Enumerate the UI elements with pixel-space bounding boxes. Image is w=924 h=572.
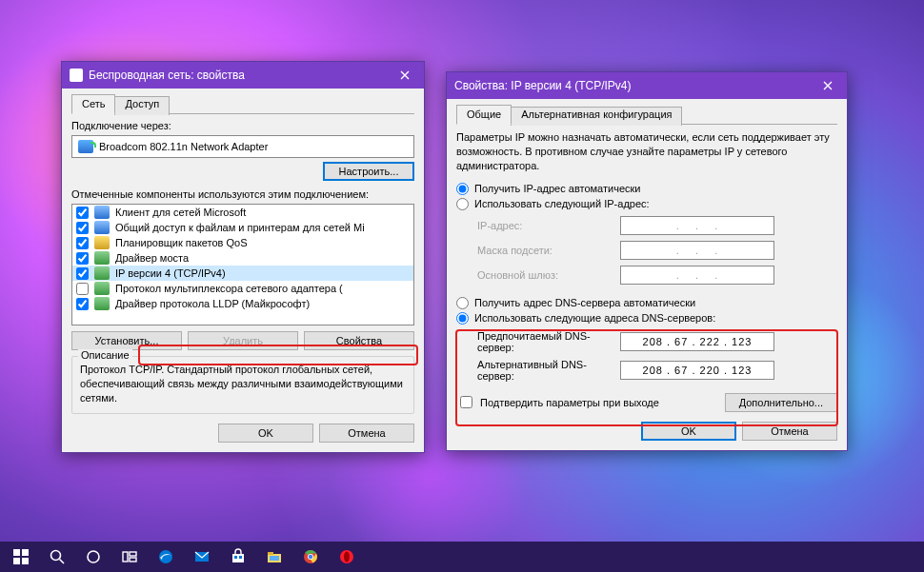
ip-address-input: . . . bbox=[620, 216, 774, 235]
adapter-name: Broadcom 802.11n Network Adapter bbox=[99, 141, 268, 152]
gateway-input: . . . bbox=[620, 266, 774, 285]
alternate-dns-input[interactable]: 208 . 67 . 220 . 123 bbox=[620, 361, 774, 380]
network-icon bbox=[70, 69, 83, 82]
gateway-label: Основной шлюз: bbox=[477, 269, 620, 281]
taskbar[interactable] bbox=[0, 542, 924, 572]
protocol-icon bbox=[94, 236, 110, 249]
svg-rect-7 bbox=[130, 552, 136, 556]
radio-ip-manual[interactable]: Использовать следующий IP-адрес: bbox=[456, 198, 837, 210]
tabstrip: Сеть Доступ bbox=[71, 94, 414, 114]
list-item-selected[interactable]: IP версии 4 (TCP/IPv4) bbox=[72, 266, 413, 281]
checkbox[interactable] bbox=[76, 267, 89, 280]
description-title: Описание bbox=[78, 349, 132, 361]
list-item[interactable]: Клиент для сетей Microsoft bbox=[72, 205, 413, 220]
svg-rect-16 bbox=[270, 556, 279, 561]
ipv4-properties-window: Свойства: IP версии 4 (TCP/IPv4) Общие А… bbox=[446, 71, 848, 451]
subnet-mask-label: Маска подсети: bbox=[477, 245, 620, 256]
uninstall-button: Удалить bbox=[188, 331, 298, 350]
svg-point-4 bbox=[51, 551, 61, 561]
list-item[interactable]: Драйвер моста bbox=[72, 250, 413, 266]
tabstrip: Общие Альтернативная конфигурация bbox=[456, 105, 837, 125]
list-item[interactable]: Общий доступ к файлам и принтерам для се… bbox=[72, 220, 413, 235]
close-button[interactable] bbox=[386, 62, 424, 89]
wireless-properties-window: Беспроводная сеть: свойства Сеть Доступ … bbox=[61, 61, 425, 453]
protocol-icon bbox=[94, 206, 110, 219]
cancel-button[interactable]: Отмена bbox=[742, 422, 837, 441]
svg-rect-3 bbox=[22, 558, 29, 564]
opera-icon[interactable] bbox=[330, 543, 364, 570]
svg-rect-15 bbox=[268, 552, 273, 555]
svg-rect-11 bbox=[232, 554, 244, 562]
ok-button[interactable]: OK bbox=[218, 424, 313, 443]
components-label: Отмеченные компоненты используются этим … bbox=[71, 188, 414, 200]
adapter-field: Broadcom 802.11n Network Adapter bbox=[71, 135, 414, 158]
mail-icon[interactable] bbox=[185, 543, 219, 570]
description-text: Протокол TCP/IP. Стандартный протокол гл… bbox=[80, 363, 406, 405]
subnet-mask-input: . . . bbox=[620, 241, 774, 260]
ok-button[interactable]: OK bbox=[641, 422, 736, 441]
checkbox[interactable] bbox=[76, 252, 89, 265]
checkbox[interactable] bbox=[76, 207, 89, 219]
connect-using-label: Подключение через: bbox=[71, 120, 414, 131]
svg-rect-6 bbox=[123, 552, 128, 562]
store-icon[interactable] bbox=[221, 543, 255, 570]
radio-dns-auto[interactable]: Получить адрес DNS-сервера автоматически bbox=[456, 297, 837, 309]
svg-rect-13 bbox=[239, 556, 242, 559]
titlebar[interactable]: Свойства: IP версии 4 (TCP/IPv4) bbox=[447, 72, 847, 99]
protocol-icon bbox=[94, 266, 110, 280]
search-icon[interactable] bbox=[40, 543, 74, 570]
components-list[interactable]: Клиент для сетей Microsoft Общий доступ … bbox=[71, 204, 414, 325]
explorer-icon[interactable] bbox=[257, 543, 291, 570]
configure-button[interactable]: Настроить... bbox=[323, 162, 414, 181]
radio-ip-auto[interactable]: Получить IP-адрес автоматически bbox=[456, 183, 837, 195]
checkbox[interactable] bbox=[76, 283, 89, 295]
cancel-button[interactable]: Отмена bbox=[319, 424, 414, 443]
svg-point-19 bbox=[309, 555, 312, 559]
adapter-icon bbox=[78, 140, 93, 153]
svg-point-21 bbox=[344, 552, 350, 562]
intro-text: Параметры IP можно назначать автоматичес… bbox=[456, 130, 837, 173]
tab-access[interactable]: Доступ bbox=[114, 96, 170, 115]
protocol-icon bbox=[94, 221, 110, 234]
svg-rect-0 bbox=[13, 549, 20, 556]
properties-button[interactable]: Свойства bbox=[304, 331, 414, 350]
window-title: Свойства: IP версии 4 (TCP/IPv4) bbox=[454, 79, 809, 92]
checkbox[interactable] bbox=[76, 222, 89, 234]
description-group: Описание Протокол TCP/IP. Стандартный пр… bbox=[71, 356, 414, 414]
preferred-dns-label: Предпочитаемый DNS-сервер: bbox=[477, 330, 620, 353]
alternate-dns-label: Альтернативный DNS-сервер: bbox=[477, 359, 620, 382]
protocol-icon bbox=[94, 282, 110, 295]
advanced-button[interactable]: Дополнительно... bbox=[725, 393, 837, 412]
start-button[interactable] bbox=[4, 543, 38, 570]
protocol-icon bbox=[94, 251, 110, 265]
svg-rect-1 bbox=[22, 549, 29, 556]
list-item[interactable]: Драйвер протокола LLDP (Майкрософт) bbox=[72, 296, 413, 311]
tab-network[interactable]: Сеть bbox=[71, 94, 115, 114]
preferred-dns-input[interactable]: 208 . 67 . 222 . 123 bbox=[620, 332, 774, 351]
validate-checkbox[interactable] bbox=[460, 396, 472, 408]
checkbox[interactable] bbox=[76, 237, 89, 249]
edge-icon[interactable] bbox=[149, 543, 183, 570]
svg-point-5 bbox=[88, 551, 99, 562]
install-button[interactable]: Установить... bbox=[71, 331, 182, 350]
tab-general[interactable]: Общие bbox=[456, 105, 512, 125]
cortana-icon[interactable] bbox=[76, 543, 110, 570]
tab-alternate[interactable]: Альтернативная конфигурация bbox=[511, 107, 682, 126]
svg-rect-8 bbox=[130, 558, 136, 562]
window-title: Беспроводная сеть: свойства bbox=[89, 69, 386, 82]
close-button[interactable] bbox=[809, 72, 847, 99]
titlebar[interactable]: Беспроводная сеть: свойства bbox=[62, 62, 424, 89]
ip-address-label: IP-адрес: bbox=[477, 220, 620, 231]
chrome-icon[interactable] bbox=[293, 543, 328, 570]
radio-dns-manual[interactable]: Использовать следующие адреса DNS-сервер… bbox=[456, 312, 837, 325]
validate-label: Подтвердить параметры при выходе bbox=[480, 397, 659, 408]
list-item[interactable]: Планировщик пакетов QoS bbox=[72, 235, 413, 250]
svg-rect-12 bbox=[234, 556, 237, 559]
checkbox[interactable] bbox=[76, 298, 89, 310]
list-item[interactable]: Протокол мультиплексора сетевого адаптер… bbox=[72, 281, 413, 296]
protocol-icon bbox=[94, 297, 110, 310]
taskview-icon[interactable] bbox=[112, 543, 147, 570]
svg-rect-2 bbox=[13, 558, 20, 564]
